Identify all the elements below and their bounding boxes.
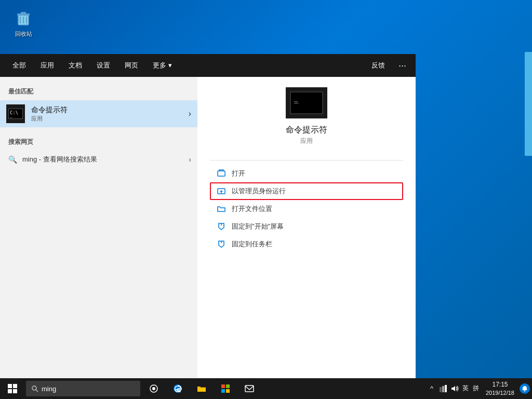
tray-volume-icon[interactable]: [449, 383, 460, 394]
svg-point-22: [152, 387, 155, 390]
action-open-file-location[interactable]: 打开文件位置: [210, 200, 403, 218]
taskbar-search-icon: [31, 385, 38, 392]
desktop: 回收站 MicrosEdge 此电脑 全部 应用: [0, 0, 532, 399]
tray-ime[interactable]: 拼: [471, 384, 481, 393]
best-match-cmd[interactable]: C:\ _ 命令提示符 应用 ›: [0, 100, 197, 127]
svg-point-19: [32, 386, 36, 390]
svg-rect-25: [226, 384, 230, 388]
tray-date: 2019/12/18: [486, 389, 514, 396]
cmd-preview-icon: _: [286, 87, 327, 118]
tray-language[interactable]: 英: [461, 384, 470, 393]
web-search-title: 搜索网页: [0, 136, 197, 151]
search-right-panel: _ 命令提示符 应用 打开: [197, 77, 416, 378]
cmd-app-info: 命令提示符 应用: [31, 105, 68, 123]
nav-item-web[interactable]: 网页: [117, 54, 145, 77]
search-content: 最佳匹配 C:\ _ 命令提示符 应用 › 搜索网页: [0, 77, 416, 378]
svg-rect-26: [221, 389, 225, 393]
recycle-bin-icon: [13, 7, 34, 28]
cmd-app-type: 应用: [31, 115, 68, 123]
open-icon: [216, 169, 227, 178]
search-panel: 全部 应用 文档 设置 网页 更多 ▾ 反馈 ··· 最佳匹配 C:\ _: [0, 54, 416, 378]
best-match-arrow-icon: ›: [189, 109, 191, 118]
search-input[interactable]: [42, 385, 125, 393]
pin-taskbar-icon: [216, 240, 227, 248]
web-search-section: 搜索网页 🔍 ming - 查看网络搜索结果 ›: [0, 129, 197, 168]
taskbar: ^ 英 拼: [0, 378, 532, 399]
action-open-label: 打开: [232, 169, 245, 178]
action-run-as-admin[interactable]: 以管理员身份运行: [210, 182, 403, 200]
folder-icon: [216, 205, 227, 213]
tray-icons: ^ 英 拼: [427, 383, 481, 394]
action-list: 打开 以管理员身份运行 打开文件位置: [210, 165, 403, 253]
app-preview-name: 命令提示符: [286, 125, 327, 136]
web-search-arrow-icon: ›: [189, 155, 191, 164]
nav-item-settings[interactable]: 设置: [89, 54, 117, 77]
search-left-panel: 最佳匹配 C:\ _ 命令提示符 应用 › 搜索网页: [0, 77, 197, 378]
feedback-button[interactable]: 反馈: [366, 61, 390, 70]
store-button[interactable]: [214, 378, 237, 399]
recycle-bin-label: 回收站: [15, 30, 32, 38]
pin-start-icon: [216, 222, 227, 231]
notification-button[interactable]: [520, 383, 530, 394]
nav-item-apps[interactable]: 应用: [33, 54, 61, 77]
action-pin-start[interactable]: 固定到"开始"屏幕: [210, 218, 403, 235]
more-options-button[interactable]: ···: [394, 60, 410, 71]
edge-taskbar-button[interactable]: [166, 378, 189, 399]
cmd-app-name: 命令提示符: [31, 105, 68, 115]
tray-time: 17:15: [486, 381, 514, 389]
svg-rect-28: [245, 385, 254, 392]
divider: [210, 160, 403, 161]
search-nav-bar: 全部 应用 文档 设置 网页 更多 ▾ 反馈 ···: [0, 54, 416, 77]
app-preview-type: 应用: [300, 137, 313, 145]
tray-network-icon[interactable]: [438, 383, 448, 394]
admin-icon: [216, 187, 227, 195]
web-search-item[interactable]: 🔍 ming - 查看网络搜索结果 ›: [0, 151, 197, 168]
mail-button[interactable]: [238, 378, 261, 399]
app-preview: _ 命令提示符 应用: [286, 87, 327, 145]
cmd-app-icon: C:\ _: [6, 104, 25, 123]
taskbar-search-bar[interactable]: [26, 381, 140, 396]
right-accent-bar: [525, 52, 532, 156]
desktop-icon-recycle-bin[interactable]: 回收站: [5, 5, 42, 40]
svg-rect-27: [226, 389, 230, 393]
svg-rect-31: [445, 385, 447, 392]
action-pin-taskbar[interactable]: 固定到任务栏: [210, 235, 403, 253]
taskbar-center-buttons: [142, 378, 261, 399]
cmd-screen: _: [290, 91, 323, 114]
search-icon: 🔍: [8, 155, 17, 164]
action-pin-taskbar-label: 固定到任务栏: [232, 240, 272, 249]
system-tray: ^ 英 拼: [427, 381, 532, 396]
svg-point-32: [524, 390, 525, 391]
svg-rect-16: [13, 384, 17, 388]
svg-line-20: [36, 390, 38, 392]
svg-rect-30: [442, 386, 444, 392]
file-explorer-button[interactable]: [190, 378, 213, 399]
web-search-text: ming - 查看网络搜索结果: [22, 155, 97, 164]
action-folder-label: 打开文件位置: [232, 204, 272, 214]
action-pin-start-label: 固定到"开始"屏幕: [232, 222, 284, 231]
nav-item-more[interactable]: 更多 ▾: [145, 54, 179, 77]
svg-rect-17: [8, 389, 12, 393]
nav-item-all[interactable]: 全部: [5, 54, 33, 77]
start-button[interactable]: [0, 378, 25, 399]
best-match-title: 最佳匹配: [0, 85, 197, 100]
svg-rect-18: [13, 389, 17, 393]
svg-rect-2: [21, 12, 26, 14]
svg-rect-29: [440, 387, 442, 392]
svg-rect-11: [218, 171, 225, 176]
tray-clock[interactable]: 17:15 2019/12/18: [483, 381, 517, 396]
search-nav-right: 反馈 ···: [366, 60, 410, 71]
task-view-button[interactable]: [142, 378, 165, 399]
nav-item-docs[interactable]: 文档: [61, 54, 89, 77]
action-admin-label: 以管理员身份运行: [232, 187, 286, 196]
action-open[interactable]: 打开: [210, 165, 403, 182]
tray-show-hidden[interactable]: ^: [427, 383, 437, 394]
svg-rect-24: [221, 384, 225, 388]
svg-rect-15: [8, 384, 12, 388]
